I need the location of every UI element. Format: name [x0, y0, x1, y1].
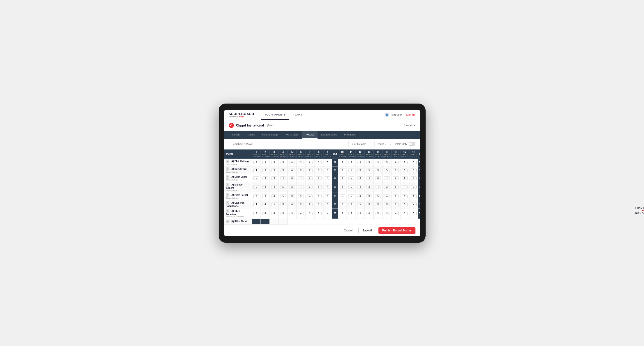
back-hole-11-score[interactable] — [347, 200, 356, 208]
hole-8-score[interactable] — [314, 159, 323, 166]
back-hole-12-score[interactable] — [356, 208, 365, 219]
score-input[interactable] — [340, 194, 345, 198]
score-input[interactable] — [307, 194, 313, 198]
score-input[interactable] — [348, 194, 354, 198]
hole-2-score[interactable] — [261, 208, 270, 219]
back-hole-14-score[interactable] — [374, 182, 382, 192]
score-input[interactable] — [348, 185, 354, 189]
score-input[interactable] — [262, 161, 268, 164]
hole-7-score[interactable] — [305, 159, 314, 166]
nav-tournaments[interactable]: TOURNAMENTS — [261, 110, 289, 120]
score-input[interactable] — [340, 169, 345, 172]
hole-5-score[interactable] — [288, 166, 296, 174]
hole-9-score[interactable] — [323, 192, 332, 200]
hole-2-score[interactable] — [261, 200, 270, 208]
back-hole-18-score[interactable] — [409, 166, 418, 174]
score-input[interactable] — [262, 202, 268, 206]
back-hole-12-score[interactable] — [356, 166, 365, 174]
back-hole-16-score[interactable] — [391, 182, 400, 192]
score-input[interactable] — [253, 169, 259, 172]
cancel-button[interactable]: Cancel — [340, 227, 356, 234]
score-input[interactable] — [384, 161, 390, 164]
score-input[interactable] — [316, 212, 322, 215]
hole-6-score[interactable] — [296, 166, 305, 174]
score-input[interactable] — [325, 194, 330, 198]
back-hole-16-score[interactable] — [391, 192, 400, 200]
score-input[interactable] — [393, 176, 399, 180]
score-input[interactable] — [253, 202, 259, 206]
hole-2-score[interactable] — [261, 159, 270, 166]
score-input[interactable] — [366, 176, 372, 180]
score-input[interactable] — [280, 212, 286, 215]
back-hole-15-score[interactable] — [382, 159, 391, 166]
score-input[interactable] — [393, 212, 399, 215]
score-input[interactable] — [348, 176, 354, 180]
back-hole-18-score[interactable] — [409, 192, 418, 200]
back-hole-13-score[interactable] — [365, 208, 374, 219]
hole-6-score[interactable] — [296, 174, 305, 182]
score-input[interactable] — [289, 176, 295, 180]
hole-7-score[interactable] — [305, 174, 314, 182]
score-input[interactable] — [348, 212, 354, 215]
hole-3-score[interactable] — [270, 166, 279, 174]
score-input[interactable] — [402, 169, 408, 172]
hole-7-score[interactable] — [305, 192, 314, 200]
back-hole-13-score[interactable] — [365, 159, 374, 166]
back-hole-16-score[interactable] — [391, 200, 400, 208]
score-input[interactable] — [298, 202, 304, 206]
score-input[interactable] — [411, 169, 416, 172]
sign-out-link[interactable]: Sign out — [406, 113, 415, 116]
hole-4-score[interactable] — [279, 208, 288, 219]
score-input[interactable] — [289, 185, 295, 189]
score-input[interactable] — [411, 202, 416, 206]
hole-3-score[interactable] — [270, 208, 279, 219]
score-input[interactable] — [393, 194, 399, 198]
back-hole-10-score[interactable] — [338, 192, 347, 200]
hole-9-score[interactable] — [323, 182, 332, 192]
score-input[interactable] — [325, 176, 330, 180]
hole-4-score[interactable] — [279, 166, 288, 174]
back-hole-17-score[interactable] — [400, 174, 409, 182]
score-input[interactable] — [280, 176, 286, 180]
hole-7-score[interactable] — [305, 200, 314, 208]
score-input[interactable] — [253, 185, 259, 189]
score-input[interactable] — [271, 185, 277, 189]
score-input[interactable] — [340, 185, 345, 189]
score-input[interactable] — [366, 194, 372, 198]
score-input[interactable] — [298, 194, 304, 198]
back-hole-14-score[interactable] — [374, 166, 382, 174]
score-input[interactable] — [307, 169, 313, 172]
score-input[interactable] — [366, 161, 372, 164]
score-input[interactable] — [280, 202, 286, 206]
hole-1-score[interactable] — [252, 159, 261, 166]
score-input[interactable] — [289, 194, 295, 198]
hole-6-score[interactable] — [296, 192, 305, 200]
score-input[interactable] — [289, 169, 295, 172]
back-hole-13-score[interactable] — [365, 174, 374, 182]
hole-8-score[interactable] — [314, 208, 323, 219]
back-hole-17-score[interactable] — [400, 200, 409, 208]
totals-toggle-switch[interactable] — [408, 142, 416, 146]
back-hole-11-score[interactable] — [347, 166, 356, 174]
score-input[interactable] — [262, 169, 268, 172]
back-hole-10-score[interactable] — [338, 208, 347, 219]
hole-4-score[interactable] — [279, 159, 288, 166]
score-input[interactable] — [393, 161, 399, 164]
score-input[interactable] — [325, 212, 330, 215]
hole-4-score[interactable] — [279, 182, 288, 192]
score-input[interactable] — [375, 194, 381, 198]
score-input[interactable] — [289, 161, 295, 164]
score-input[interactable] — [384, 212, 390, 215]
back-hole-15-score[interactable] — [382, 208, 391, 219]
hole-2-score[interactable] — [261, 166, 270, 174]
back-hole-15-score[interactable] — [382, 166, 391, 174]
back-hole-14-score[interactable] — [374, 192, 382, 200]
score-input[interactable] — [375, 169, 381, 172]
back-hole-13-score[interactable] — [365, 166, 374, 174]
score-input[interactable] — [253, 194, 259, 198]
cancel-tournament-btn[interactable]: Cancel ✕ — [404, 124, 415, 127]
score-input[interactable] — [393, 185, 399, 189]
score-input[interactable] — [325, 202, 330, 206]
back-hole-10-score[interactable] — [338, 182, 347, 192]
back-hole-11-score[interactable] — [347, 182, 356, 192]
